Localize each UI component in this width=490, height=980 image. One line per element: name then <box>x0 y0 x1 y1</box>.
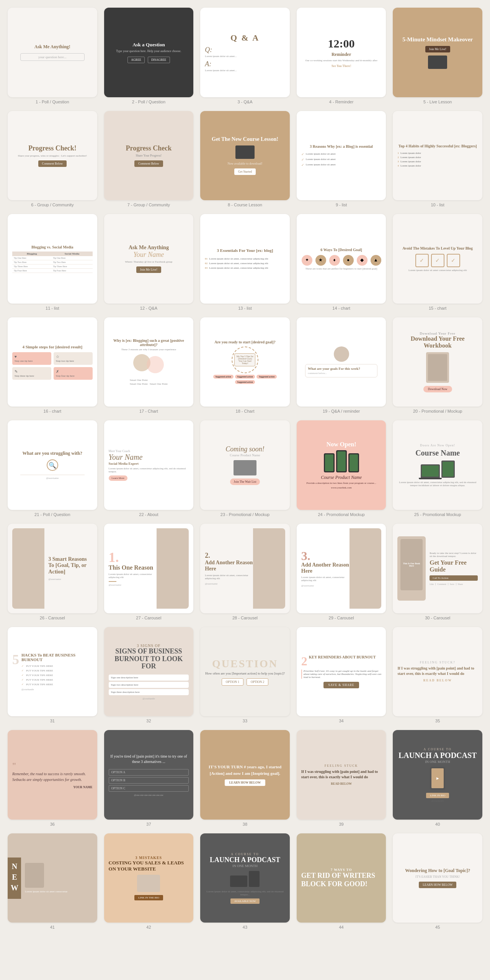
card-43-sub: IN ONE MONTH <box>232 864 258 868</box>
tab-comment: Comment <box>437 583 448 585</box>
card-43-eyebrow: A COURSE TO <box>231 853 259 856</box>
card-12-btn[interactable]: Join Me Live! <box>136 266 161 273</box>
step-1: ♥ Step one tip here <box>12 352 51 365</box>
card-grid: Ask Me Anything! your question here... 1… <box>8 8 482 929</box>
card-30-tabs: Like Comment Save Share <box>430 583 478 585</box>
card-wrap-2: Ask a Question Type your question here. … <box>104 8 194 104</box>
card-21-title: What are you struggling with? <box>23 451 82 456</box>
card-22-meet: Meet Your Coach <box>109 449 130 453</box>
card-3-q: Q: Lorem ipsum dolor sit amet... <box>205 46 237 58</box>
card-37-opt2[interactable]: OPTION B <box>109 777 189 784</box>
card-38-btn[interactable]: LEARN HOW BELOW <box>225 779 266 786</box>
card-wrap-13: 3 Essentials For Your [ex: blog] 01 Lore… <box>200 214 290 310</box>
card-6-btn[interactable]: Comment Below <box>38 160 67 167</box>
card-13-list: 01 Lorem ipsum dolor sit amet, consectet… <box>205 256 285 270</box>
card-21-handle: @username <box>46 477 59 480</box>
card-28-label: 28 - Carousel <box>232 616 258 620</box>
card-43-tag: AVAILABLE NOW <box>230 898 260 904</box>
card-37-opt3[interactable]: OPTION C <box>109 785 189 792</box>
card-28-photo <box>253 528 285 609</box>
card-28-title: Add Another Reason Here <box>205 560 253 573</box>
card-37-options: OPTION A OPTION B OPTION C <box>109 768 189 792</box>
card-43-label: 43 <box>243 925 247 929</box>
card-24-label: 24 - Promotional Mockup <box>318 512 364 517</box>
card-wrap-9: 3 Reasons Why [ex: a Blog] is essential … <box>297 111 386 207</box>
card-39: FEELING STUCK If I was struggling with [… <box>297 730 386 820</box>
card-29: 3. Add Another Reason Here Lorem ipsum d… <box>297 524 386 613</box>
step-2: ☆ Step two tip here <box>54 352 93 365</box>
card-29-title: Add Another Reason Here <box>301 562 350 574</box>
card-7: Progress Check Share Your Progress! Comm… <box>104 111 194 201</box>
card-23-btn[interactable]: Join The Wait List <box>230 479 260 485</box>
card-wrap-42: 3 MISTAKES COSTING YOU SALES & LEADS ON … <box>104 833 194 930</box>
card-30-cta[interactable]: Call To Action <box>430 575 478 581</box>
card-17: Why is [ex: Blogging] such a great [posi… <box>104 317 194 407</box>
card-wrap-11: Blogging vs. Social Media Blogging Socia… <box>8 214 97 310</box>
card-wrap-28: 2. Add Another Reason Here Lorem ipsum d… <box>200 524 290 620</box>
radial-outer: My Top 5 Tips for {Desired Goal} You Can… <box>232 346 258 373</box>
card-18-radial: My Top 5 Tips for {Desired Goal} You Can… <box>228 346 262 373</box>
card-34-label: 34 <box>339 719 343 723</box>
card-29-handle: @username <box>301 584 350 587</box>
card-40-eyebrow: A COURSE TO <box>424 748 452 751</box>
card-16-label: 16 - chart <box>44 409 61 413</box>
card-40-btn[interactable]: LINK IN BIO <box>426 793 449 798</box>
card-43-devices <box>230 871 260 887</box>
card-16-title: 4 Simple steps for [desired result] <box>22 345 82 349</box>
card-26-title: 3 Smart Reasons To [Goal, Tip, or Action… <box>48 556 92 575</box>
card-42-title: COSTING YOU SALES & LEADS ON YOUR WEBSIT… <box>109 860 189 872</box>
card-18-title: Are you ready to start [desired goal]? <box>214 340 275 344</box>
card-36-quote: Remember, the road to success is rarely … <box>12 771 93 782</box>
card-8-btn[interactable]: Get Started <box>234 168 256 175</box>
card-26-photo <box>12 528 44 609</box>
card-33: QUESTION How often are you [Important ac… <box>200 627 290 717</box>
chart-icon-5: ◆ <box>357 255 368 266</box>
card-2-btn2[interactable]: DISAGREE <box>148 57 170 63</box>
card-35-title: If I was struggling with [pain point] an… <box>397 666 478 676</box>
card-6-label: 6 - Group / Community <box>31 203 74 207</box>
card-8: Get The New Course Lesson! Now available… <box>200 111 290 201</box>
card-42-btn[interactable]: LINK IN THE BIO <box>134 895 163 900</box>
card-3-label: 3 - Q&A <box>237 100 252 104</box>
chart-icon-1: ✦ <box>302 255 312 266</box>
card-45-btn[interactable]: LEARN HOW BELOW <box>419 882 456 888</box>
card-wrap-35: FEELING STUCK? If I was struggling with … <box>393 627 482 724</box>
card-11-col2: Social Media <box>51 252 92 256</box>
card-34-btn[interactable]: SAVE & SHARE <box>323 682 359 688</box>
card-22-expert: Social Media Expert <box>109 462 139 466</box>
card-2-btn1[interactable]: AGREE <box>127 57 145 63</box>
card-7-title: Progress Check <box>126 144 172 152</box>
card-42: 3 MISTAKES COSTING YOU SALES & LEADS ON … <box>104 833 194 923</box>
card-42-label: 42 <box>146 925 151 929</box>
card-11: Blogging vs. Social Media Blogging Socia… <box>8 214 97 304</box>
card-4-title: Reminder <box>332 52 351 57</box>
card-29-content: 3. Add Another Reason Here Lorem ipsum d… <box>301 528 382 609</box>
card-5-btn[interactable]: Join Me Live! <box>425 46 450 52</box>
card-wrap-4: 12:00 Reminder Our co-working sessions s… <box>297 8 386 104</box>
card-28: 2. Add Another Reason Here Lorem ipsum d… <box>200 524 290 613</box>
card-44-label: 44 <box>339 925 343 929</box>
card-35-read: READ BELOW <box>423 679 452 682</box>
card-wrap-44: 7 WAYS TO GET RID OF WRITERS BLOCK FOR G… <box>297 833 386 930</box>
tag-4: Suggested action <box>235 380 255 384</box>
card-25-title: Course Name <box>415 449 460 457</box>
card-11-col1: Blogging <box>12 252 51 256</box>
card-41-label: 41 <box>50 925 55 929</box>
card-wrap-21: What are you struggling with? 🔍 @usernam… <box>8 420 97 517</box>
card-40: A COURSE TO LAUNCH A PODCAST IN ONE MONT… <box>393 730 482 820</box>
card-7-btn[interactable]: Comment Below <box>134 160 163 167</box>
card-17-title: Why is [ex: Blogging] such a great [posi… <box>109 338 189 347</box>
card-37-opt1[interactable]: OPTION A <box>109 769 189 776</box>
card-20-btn[interactable]: Download Now <box>423 386 452 392</box>
card-33-opt1[interactable]: OPTION 1 <box>222 678 243 686</box>
card-31-content: 5 HACKS To BEAT BUSINESS BURNOUT PUT YOU… <box>12 653 93 690</box>
card-24-phones <box>324 450 359 472</box>
card-14: 6 Ways To [Desired Goal] ✦ ★ ♦ ● ◆ ▲ The… <box>297 214 386 304</box>
card-22-btn[interactable]: Learn More <box>109 475 127 481</box>
card-12-sub: Your Name <box>133 251 164 259</box>
card-19: What are your goals For this week? comme… <box>297 317 386 407</box>
card-20: Download Your Free Download Your Free Wo… <box>393 317 482 407</box>
card-23-label: 23 - Promotional / Mockup <box>220 512 270 517</box>
card-33-opt2[interactable]: OPTION 2 <box>247 678 268 686</box>
check-1: ✓ <box>415 254 429 267</box>
